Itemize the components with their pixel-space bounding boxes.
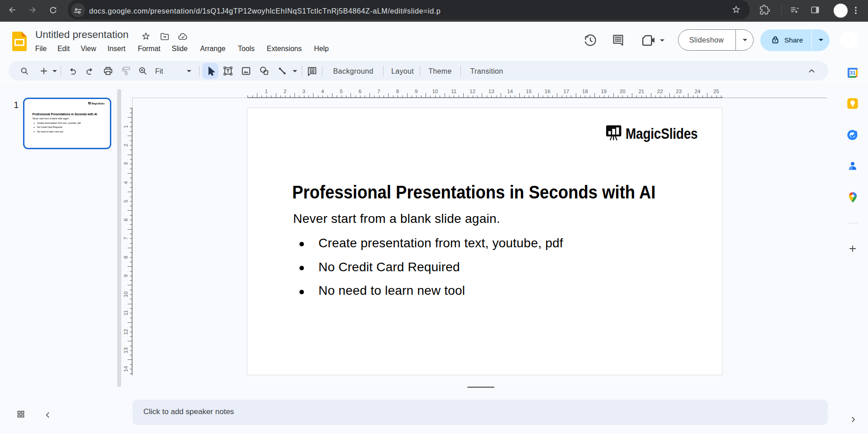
svg-text:31: 31	[850, 70, 855, 75]
